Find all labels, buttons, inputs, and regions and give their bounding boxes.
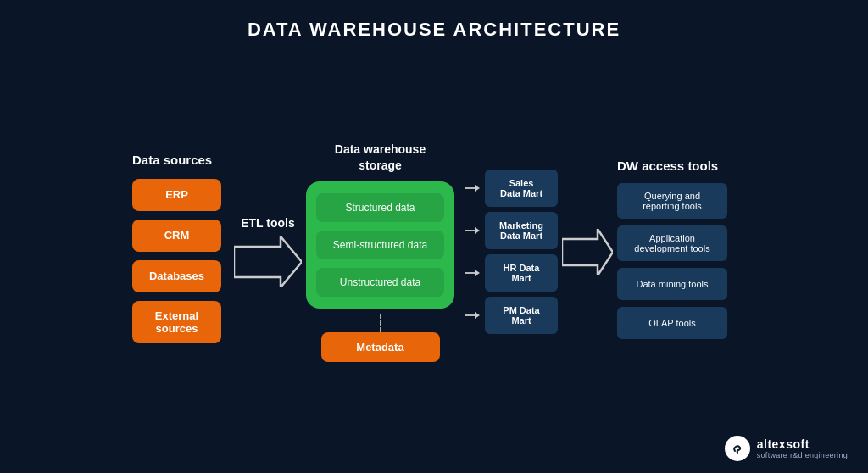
svg-marker-4 xyxy=(475,227,480,234)
logo-svg xyxy=(729,440,746,457)
mart-arrow-3-icon xyxy=(465,268,480,278)
svg-marker-8 xyxy=(475,312,480,319)
dw-tools-label: DW access tools xyxy=(617,159,718,173)
svg-marker-2 xyxy=(475,185,480,192)
altexsoft-logo-icon xyxy=(725,436,750,461)
data-marts-section: SalesData Mart MarketingData Mart HR Dat… xyxy=(465,170,558,334)
data-mining-tools-box: Data mining tools xyxy=(617,268,727,300)
metadata-section: Metadata xyxy=(321,314,440,362)
marketing-mart-box: MarketingData Mart xyxy=(485,212,558,249)
hr-mart-row: HR DataMart xyxy=(465,254,558,292)
erp-box: ERP xyxy=(132,179,221,211)
metadata-box: Metadata xyxy=(321,332,440,362)
dw-storage-wrapper: Data warehousestorage Structured data Se… xyxy=(306,142,454,361)
mart-arrow-1-icon xyxy=(465,183,480,193)
crm-box: CRM xyxy=(132,220,221,252)
data-sources-section: Data sources ERP CRM Databases External … xyxy=(132,153,230,352)
etl-arrow-icon xyxy=(234,236,302,287)
svg-marker-6 xyxy=(475,270,480,276)
structured-data-box: Structured data xyxy=(316,193,444,222)
svg-point-10 xyxy=(729,440,746,457)
svg-marker-9 xyxy=(562,229,613,275)
svg-marker-0 xyxy=(234,236,302,287)
etl-label: ETL tools xyxy=(241,216,295,230)
pm-mart-row: PM DataMart xyxy=(465,297,558,334)
sales-mart-box: SalesData Mart xyxy=(485,170,558,207)
mart-arrow-2-icon xyxy=(465,225,480,236)
logo-text: altexsoft software r&d engineering xyxy=(757,437,848,459)
olap-tools-box: OLAP tools xyxy=(617,307,727,339)
pm-mart-box: PM DataMart xyxy=(485,297,558,334)
green-storage-container: Structured data Semi-structured data Uns… xyxy=(306,181,454,309)
page-title: DATA WAREHOUSE ARCHITECTURE xyxy=(0,0,868,41)
sales-mart-row: SalesData Mart xyxy=(465,170,558,207)
databases-box: Databases xyxy=(132,260,221,292)
etl-section: ETL tools xyxy=(230,216,306,287)
app-dev-tools-box: Application development tools xyxy=(617,225,727,261)
dw-storage-label: Data warehousestorage xyxy=(335,142,426,172)
logo-sub: software r&d engineering xyxy=(757,451,848,459)
hr-mart-box: HR DataMart xyxy=(485,254,558,292)
dashed-connector xyxy=(380,314,381,332)
marketing-mart-row: MarketingData Mart xyxy=(465,212,558,249)
external-sources-box: External sources xyxy=(132,301,221,343)
mart-arrow-4-icon xyxy=(465,310,480,320)
data-sources-label: Data sources xyxy=(132,153,212,167)
logo-name: altexsoft xyxy=(757,437,848,451)
logo-section: altexsoft software r&d engineering xyxy=(725,436,848,461)
unstructured-data-box: Unstructured data xyxy=(316,268,444,297)
dw-access-tools-section: DW access tools Querying and reporting t… xyxy=(617,159,736,346)
dw-tools-arrow-section xyxy=(558,229,617,275)
dw-tools-arrow-icon xyxy=(562,229,613,275)
semi-structured-data-box: Semi-structured data xyxy=(316,231,444,259)
querying-tools-box: Querying and reporting tools xyxy=(617,183,727,219)
